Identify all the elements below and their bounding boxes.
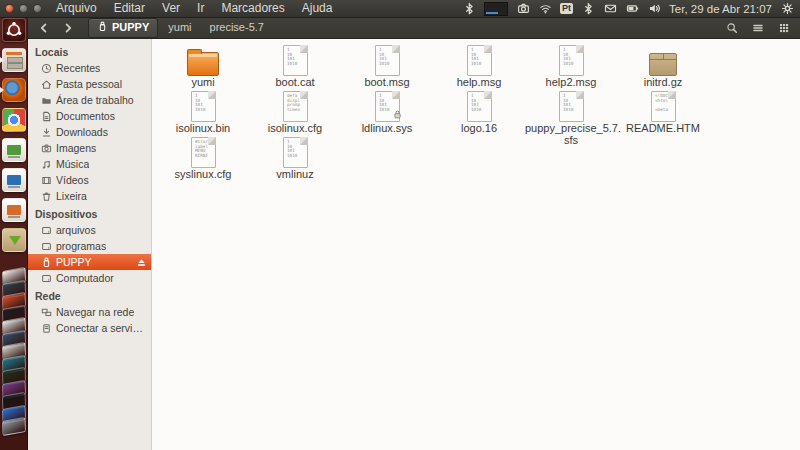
file-item-puppy_precise_5.7.sfs[interactable]: 1 10 101 1010puppy_precise_5.7. sfs <box>525 89 617 135</box>
file-item-isolinux.bin[interactable]: 1 10 101 1010isolinux.bin <box>157 89 249 135</box>
file-label: yumi <box>157 77 249 89</box>
sidebar-item-label: arquivos <box>56 224 96 236</box>
bluetooth-icon[interactable] <box>462 2 476 16</box>
libreoffice-impress-button[interactable] <box>2 198 26 222</box>
menu-editar[interactable]: Editar <box>114 0 145 17</box>
sidebar-item-label: Computador <box>56 272 114 284</box>
file-label: boot.msg <box>341 77 433 89</box>
file-icon-glyph: 1 10 101 1010 <box>379 94 389 113</box>
firefox-button[interactable] <box>2 78 26 102</box>
libreoffice-calc-button[interactable] <box>2 138 26 162</box>
file-label: puppy_precise_5.7. sfs <box>525 123 617 146</box>
sidebar-item-label: Downloads <box>56 126 108 138</box>
list-view-button[interactable] <box>752 22 764 34</box>
clock-icon <box>41 63 52 74</box>
back-button[interactable] <box>34 19 54 36</box>
file-item-syslinux.cfg[interactable]: #star label MENU KERNEsyslinux.cfg <box>157 135 249 181</box>
chrome-button[interactable] <box>2 108 26 132</box>
breadcrumb-yumi[interactable]: yumi <box>160 19 199 36</box>
maximize-button[interactable] <box>33 4 42 13</box>
sidebar-item-navegar-na-rede[interactable]: Navegar na rede <box>28 304 151 320</box>
text-file-icon: defa displ promp timeo <box>283 91 308 122</box>
sidebar-item-label: Vídeos <box>56 174 89 186</box>
software-center-button[interactable] <box>2 228 26 252</box>
archive-icon <box>649 53 677 76</box>
file-manager-window: PUPPYyumiprecise-5.7 LocaisRecentesPasta… <box>28 17 800 450</box>
file-item-boot.msg[interactable]: 1 10 101 1010boot.msg <box>341 43 433 89</box>
mail-icon[interactable] <box>603 2 617 16</box>
sidebar-section-locais: Locais <box>28 42 151 60</box>
indicator-widget[interactable] <box>484 2 508 16</box>
menu-bar: ArquivoEditarVerIrMarcadoresAjuda <box>50 0 332 17</box>
file-icon-glyph: 1 10 101 1010 <box>471 48 481 67</box>
forward-button[interactable] <box>58 19 78 36</box>
file-item-isolinux.cfg[interactable]: defa displ promp timeoisolinux.cfg <box>249 89 341 135</box>
sidebar-item-pasta-pessoal[interactable]: Pasta pessoal <box>28 76 151 92</box>
session-gear-icon[interactable] <box>780 2 794 16</box>
sidebar-item-label: PUPPY <box>56 256 92 268</box>
sidebar-item-programas[interactable]: programas <box>28 238 151 254</box>
files-app-button[interactable] <box>2 48 26 72</box>
bluetooth-icon[interactable] <box>581 2 595 16</box>
search-button[interactable] <box>726 22 738 34</box>
sidebar-item-documentos[interactable]: Documentos <box>28 108 151 124</box>
file-item-vmlinuz[interactable]: 1 10 101 1010vmlinuz <box>249 135 341 181</box>
keyboard-layout-indicator[interactable]: Pt <box>560 3 573 14</box>
usb-icon <box>41 257 52 268</box>
file-item-help2.msg[interactable]: 1 10 101 1010help2.msg <box>525 43 617 89</box>
grid-view-button[interactable] <box>778 22 790 34</box>
sidebar-item-label: programas <box>56 240 106 252</box>
binary-file-icon: 1 10 101 1010 <box>559 45 584 76</box>
file-item-ldlinux.sys[interactable]: 1 10 101 1010ldlinux.sys <box>341 89 433 135</box>
sidebar-item-vídeos[interactable]: Vídeos <box>28 172 151 188</box>
toolbar-actions <box>726 22 794 34</box>
sidebar-item-arquivos[interactable]: arquivos <box>28 222 151 238</box>
menu-marcadores[interactable]: Marcadores <box>221 0 284 17</box>
file-item-boot.cat[interactable]: 1 10 101 1010boot.cat <box>249 43 341 89</box>
sidebar-item-downloads[interactable]: Downloads <box>28 124 151 140</box>
battery-icon[interactable] <box>625 2 639 16</box>
home-icon <box>41 79 52 90</box>
sidebar-item-label: Navegar na rede <box>56 306 134 318</box>
menu-ver[interactable]: Ver <box>162 0 180 17</box>
sidebar-item-área-de-trabalho[interactable]: Área de trabalho <box>28 92 151 108</box>
file-grid: yumi1 10 101 1010boot.cat1 10 101 1010bo… <box>152 39 800 181</box>
file-item-readme.htm[interactable]: <!DOC <html <metaREADME.HTM <box>617 89 709 135</box>
wifi-icon[interactable] <box>538 2 552 16</box>
sidebar-item-puppy[interactable]: PUPPY <box>28 254 151 270</box>
stacked-app-tile[interactable] <box>2 417 26 436</box>
unity-launcher <box>0 17 28 450</box>
sidebar-item-conectar-a-servidor[interactable]: Conectar a servidor <box>28 320 151 336</box>
binary-file-icon: 1 10 101 1010 <box>283 137 308 168</box>
file-item-initrd.gz[interactable]: initrd.gz <box>617 43 709 89</box>
file-item-help.msg[interactable]: 1 10 101 1010help.msg <box>433 43 525 89</box>
dash-home-button[interactable] <box>2 18 26 42</box>
sidebar-item-imagens[interactable]: Imagens <box>28 140 151 156</box>
libreoffice-writer-button[interactable] <box>2 168 26 192</box>
usb-icon <box>97 21 108 35</box>
file-icon-glyph: 1 10 101 1010 <box>195 94 205 113</box>
camera-icon[interactable] <box>516 2 530 16</box>
file-area[interactable]: yumi1 10 101 1010boot.cat1 10 101 1010bo… <box>152 39 800 450</box>
eject-icon[interactable] <box>136 257 147 268</box>
clock[interactable]: Ter, 29 de Abr 21:07 <box>669 3 772 15</box>
breadcrumb-puppy[interactable]: PUPPY <box>88 18 158 38</box>
sidebar-item-label: Área de trabalho <box>56 94 134 106</box>
file-item-yumi[interactable]: yumi <box>157 43 249 89</box>
file-icon-glyph: 1 10 101 1010 <box>471 94 481 113</box>
sidebar-item-label: Imagens <box>56 142 96 154</box>
menu-ir[interactable]: Ir <box>197 0 204 17</box>
file-icon-glyph: defa displ promp timeo <box>287 94 300 113</box>
system-tray: Pt Ter, 29 de Abr 21:07 <box>462 2 800 16</box>
menu-arquivo[interactable]: Arquivo <box>56 0 97 17</box>
minimize-button[interactable] <box>19 4 28 13</box>
sidebar-item-computador[interactable]: Computador <box>28 270 151 286</box>
menu-ajuda[interactable]: Ajuda <box>302 0 333 17</box>
volume-icon[interactable] <box>647 2 661 16</box>
breadcrumb-precise-5.7[interactable]: precise-5.7 <box>202 19 272 36</box>
sidebar-item-música[interactable]: Música <box>28 156 151 172</box>
close-button[interactable] <box>5 4 14 13</box>
sidebar-item-lixeira[interactable]: Lixeira <box>28 188 151 204</box>
file-item-logo.16[interactable]: 1 10 101 1010logo.16 <box>433 89 525 135</box>
sidebar-item-recentes[interactable]: Recentes <box>28 60 151 76</box>
